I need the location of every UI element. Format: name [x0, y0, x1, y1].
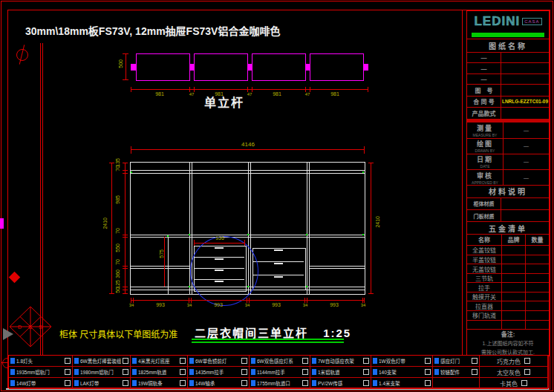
legend-item: 1980mm铝轨门 [73, 367, 131, 378]
legend-icon [74, 380, 79, 386]
pole-panel [136, 53, 190, 81]
logo-row: LEDINI CASA [467, 11, 549, 33]
color-checkbox [521, 380, 527, 386]
legend-icon [10, 369, 15, 375]
legend-item: 感应灯门 [433, 356, 480, 367]
bottom-dim: 34 [183, 302, 195, 308]
company-logo-badge: CASA [522, 18, 541, 25]
dim-tick [123, 53, 128, 54]
legend-label: 1.8灯头 [16, 357, 63, 365]
legend-checkbox [241, 369, 247, 375]
drawer-handle [274, 249, 283, 251]
contract-value: LNRLG-EZZTC01-09 [501, 97, 549, 107]
legend-icon [373, 358, 377, 364]
legend-checkbox [123, 369, 128, 375]
hw-brand [502, 274, 526, 283]
right-total-dimline [371, 163, 371, 294]
dim-tick [123, 266, 128, 267]
legend-icon [434, 358, 439, 364]
bottom-dim: 34 [241, 302, 253, 308]
legend-label: 1935mm铝轨门 [16, 368, 63, 376]
sign-value: — [504, 139, 549, 154]
drawing-title-scale: 1:25 [323, 327, 351, 339]
legend-checkbox [302, 358, 308, 364]
size-note: 柜体 尺寸具体以下单图纸为准 [59, 327, 177, 340]
sign-label: 绘图 DRAWN BY [467, 139, 504, 154]
legend-label: 1米铝轨道 [318, 368, 362, 376]
svg-text:C: C [28, 324, 32, 330]
legend-item: 1米铝轨道 [310, 367, 371, 378]
legend-item: 140支架 [371, 367, 433, 378]
drawing-title: 二层衣帽间三单立杆 1:25 [195, 324, 351, 340]
dim-tick [123, 290, 128, 290]
dim-tick [123, 79, 128, 80]
title-underline [192, 339, 344, 340]
drawer-handle [274, 263, 283, 264]
snap-dot [247, 234, 249, 235]
left-total-dimline [111, 163, 112, 294]
company-diamond-logo: D C S [9, 306, 52, 347]
remark-title: 备注: [501, 330, 515, 338]
legend-label: 19W铜轨条 [138, 379, 178, 387]
snap-dot [306, 234, 307, 235]
drawing-no-label: 图 号 [467, 85, 501, 95]
wardrobe-elevation: 4146 135 70 985 70 550 70 360 125 50 241… [130, 162, 365, 295]
legend-checkbox [241, 380, 247, 386]
legend-label: 4米黑光灯底座 [138, 357, 178, 365]
hw-brand [502, 293, 526, 301]
logo-green-bar [472, 33, 544, 37]
sign-value: — [504, 122, 549, 137]
shelf-line [131, 268, 189, 269]
legend-label: 1.4米支架 [379, 379, 423, 387]
hw-name: 三节轨 [467, 274, 502, 283]
legend-label: 1755mm轨道口 [257, 379, 301, 387]
bottom-dim: 993 [270, 302, 282, 308]
material-label: 柜体材质 [467, 198, 501, 209]
legend-checkbox [180, 358, 186, 364]
snap-dot [131, 172, 132, 173]
legend-icon [132, 380, 137, 386]
style-label: 产品款式 [467, 108, 501, 118]
left-dim: 50 [114, 287, 121, 293]
title-block: LEDINI CASA 图纸名称 — — — 图 号 合 同 号 LNRLG-E… [466, 10, 550, 356]
hw-brand [502, 283, 526, 292]
legend-item: 1W双色灯带 [371, 356, 433, 367]
legend-label: 6W单色镜前灯 [195, 357, 240, 365]
legend-icon [312, 369, 316, 375]
legend-checkbox [425, 358, 431, 364]
drawer-height-dimline [164, 237, 165, 287]
dim-tick [109, 293, 114, 294]
left-dim: 550 [114, 244, 121, 252]
sign-label: 日期 DATE [467, 154, 504, 169]
material-row: 门板材质 [467, 210, 549, 222]
bottom-dim: 993 [154, 302, 166, 308]
left-dim: 985 [114, 195, 121, 204]
snap-dot [247, 286, 249, 287]
hw-name [467, 321, 502, 330]
sign-row: 日期 DATE — [467, 154, 549, 170]
dim-tick [123, 163, 128, 163]
hardware-row: 拉直器 [467, 301, 549, 311]
right-total-dim: 2410 [374, 216, 381, 228]
left-dim: 360 [114, 270, 121, 278]
snap-dot [362, 234, 364, 235]
sign-row: 绘图 DRAWN BY — [467, 139, 549, 154]
dim-tick [123, 237, 128, 238]
pole-connector [189, 64, 194, 71]
dim-tick [123, 173, 128, 174]
hw-brand [502, 246, 526, 255]
sign-label-en: MEASURE BY [473, 133, 498, 137]
snap-dot [189, 234, 190, 235]
legend-item: 6W黑色灯棒套装组件 [73, 356, 131, 367]
legend-icon [74, 369, 79, 375]
color-label: 巧克力色 [497, 357, 521, 365]
legend-label: 14W灯带 [16, 379, 63, 387]
legend-item-empty [433, 378, 480, 389]
sign-value: — [504, 154, 549, 169]
title-underline-2 [192, 342, 344, 343]
drawer-line [253, 261, 304, 262]
pole-height-dimline [126, 53, 126, 80]
legend-checkbox [363, 380, 369, 386]
drawer-width-dimline [194, 243, 245, 244]
legend-checkbox [241, 358, 247, 364]
